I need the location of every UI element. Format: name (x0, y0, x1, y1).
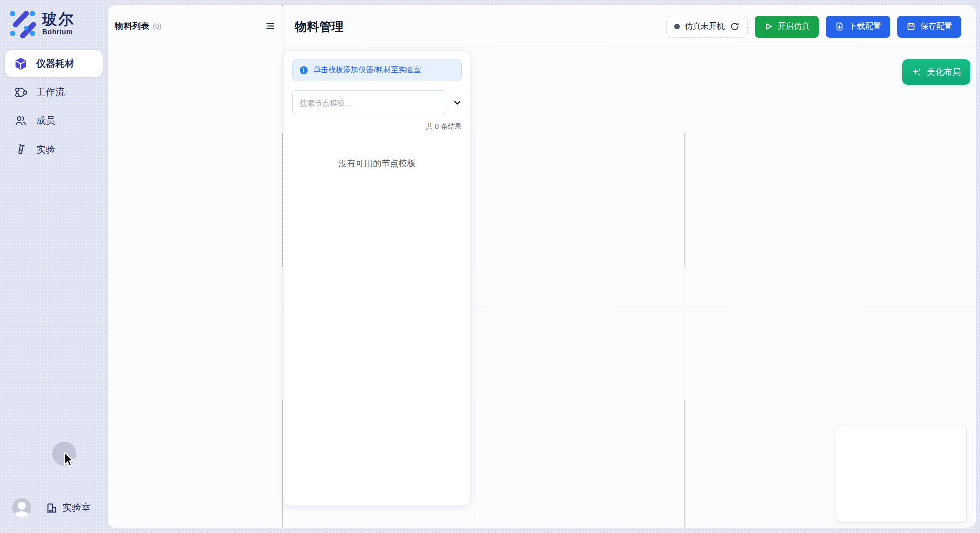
sidebar-nav: 仪器耗材 工作流 成员 (0, 50, 108, 163)
material-list-count: (0) (153, 22, 161, 30)
header-actions: 仿真未开机 开启仿真 (666, 16, 961, 38)
node-template-panel: 单击模板添加仪器/耗材至实验室 共 0 条结果 没有可用的节点模板 (284, 50, 470, 506)
sidebar-footer: 实验室 (12, 498, 91, 517)
canvas-minimap[interactable] (836, 426, 967, 523)
user-avatar[interactable] (12, 498, 31, 517)
file-download-icon (835, 22, 844, 31)
sidebar-item-instruments[interactable]: 仪器耗材 (5, 50, 103, 77)
page-title: 物料管理 (295, 19, 344, 35)
bohrium-logo-icon (8, 8, 37, 38)
sidebar: 玻尔 Bohrium 仪器耗材 工作流 (0, 0, 108, 533)
main-content-card: 物料列表 (0) 物料管理 仿真未开机 (108, 5, 976, 528)
flow-canvas[interactable]: 单击模板添加仪器/耗材至实验室 共 0 条结果 没有可用的节点模板 (283, 49, 976, 528)
info-icon (299, 66, 308, 75)
sidebar-item-label: 成员 (36, 114, 55, 127)
workflow-icon (14, 86, 27, 99)
status-dot-icon (674, 24, 680, 29)
beautify-layout-button[interactable]: 美化布局 (902, 59, 970, 85)
canvas-gridline (684, 49, 685, 528)
cube-icon (14, 57, 27, 70)
save-config-button[interactable]: 保存配置 (897, 16, 961, 38)
banner-text: 单击模板添加仪器/耗材至实验室 (313, 65, 421, 75)
lab-switcher[interactable]: 实验室 (45, 501, 91, 514)
brand-name-en: Bohrium (42, 28, 74, 36)
sidebar-item-workflow[interactable]: 工作流 (5, 79, 103, 106)
lab-label: 实验室 (62, 501, 91, 514)
search-node-template-input[interactable] (292, 90, 446, 115)
status-badge: 仿真未开机 (685, 21, 725, 32)
empty-state-text: 没有可用的节点模板 (292, 158, 462, 169)
template-hint-banner: 单击模板添加仪器/耗材至实验室 (292, 59, 462, 81)
material-list-title: 物料列表 (115, 20, 149, 32)
start-simulation-button[interactable]: 开启仿真 (755, 16, 819, 38)
play-icon (764, 22, 773, 31)
experiment-icon (14, 143, 27, 156)
material-list-header: 物料列表 (0) (108, 20, 282, 32)
refresh-icon[interactable] (730, 22, 740, 31)
sidebar-item-experiments[interactable]: 实验 (5, 136, 103, 163)
simulation-status-pill: 仿真未开机 (666, 16, 748, 38)
building-icon (45, 501, 58, 514)
chevron-down-icon[interactable] (452, 97, 462, 109)
page-header: 物料管理 仿真未开机 开启仿真 (283, 5, 976, 48)
brand-logo: 玻尔 Bohrium (8, 8, 74, 38)
mouse-cursor (61, 452, 76, 469)
download-config-button[interactable]: 下载配置 (826, 16, 890, 38)
results-count: 共 0 条结果 (292, 122, 462, 131)
sidebar-item-label: 工作流 (36, 86, 65, 99)
save-icon (906, 22, 916, 31)
canvas-gridline (476, 49, 476, 528)
sidebar-item-label: 仪器耗材 (36, 57, 74, 70)
sparkles-icon (912, 67, 922, 77)
collapse-panel-icon[interactable] (264, 21, 275, 32)
members-icon (14, 114, 27, 127)
brand-name-zh: 玻尔 (42, 11, 74, 28)
sidebar-item-label: 实验 (36, 143, 55, 156)
sidebar-item-members[interactable]: 成员 (5, 107, 103, 135)
